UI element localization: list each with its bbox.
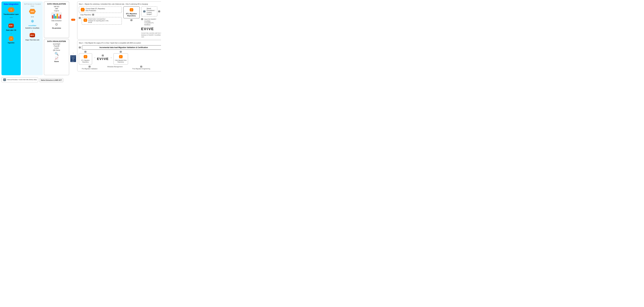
step2-glue-box: i Fully Migrated GlueRepository <box>114 53 128 64</box>
viz-panel-bottom: DATA VISUALIZATION QuickSightPowerBILook… <box>44 39 69 76</box>
chart-thumbnail <box>51 12 62 19</box>
step2-arrow-1: → <box>93 56 96 59</box>
metadata-col: Metadata Management <box>107 66 122 70</box>
datalake-section: Data Lake / S3 <box>6 24 16 31</box>
evove-logo-step2: EV◊VE <box>97 57 109 61</box>
step1-panel: Step 1 – Migrate the underlying / embedd… <box>77 2 161 40</box>
step2-labels-row: 2 Pre-Migration Validation Metadata Mana… <box>79 66 161 70</box>
informatica-icon: i <box>8 7 15 13</box>
viz-bottom-tools: QuickSightPowerBILookerQlik Sense <box>53 43 60 51</box>
glue-label: Fully Migrated GlueRepository <box>115 60 126 63</box>
glue-icon: i <box>119 55 123 58</box>
svg-point-26 <box>143 12 146 12</box>
badge-1: 1 <box>92 14 94 16</box>
down-arrow-1: ↕ <box>11 20 12 22</box>
viz-bottom-title: DATA VISUALIZATION <box>47 40 66 42</box>
step1-right-col: Stored Procedures /Custom Scripts? 2 Cre… <box>141 6 161 38</box>
step1-content: i Current State ETL Repositoryfrom Produ… <box>79 6 161 38</box>
viz-panel-top: DATA VISUALIZATION SAP BOOBIICognos Data… <box>44 2 69 38</box>
svg-text:i: i <box>73 19 74 20</box>
svg-text:i: i <box>82 9 83 11</box>
s3-icon <box>8 24 14 29</box>
trend-icon: 📈 <box>55 56 58 60</box>
svg-text:i: i <box>85 20 86 21</box>
badge-4: 4 <box>130 19 132 21</box>
svg-text:i: i <box>120 56 121 58</box>
step1-center-col: i ETL MigrationRepository 4 <box>123 6 140 21</box>
import-label: Import the Redshift /SnowflakeCompatible… <box>144 18 156 26</box>
svg-point-33 <box>3 80 6 81</box>
middle-down-arrow: ↕ <box>32 30 33 32</box>
ingestion-icon: i <box>8 36 14 42</box>
svg-text:AWS: AWS <box>30 11 34 12</box>
evove-row: 5 Import the Redshift /SnowflakeCompatib… <box>141 18 161 26</box>
svg-rect-5 <box>9 25 10 26</box>
middle-title: Self Service or Curated Data <box>23 3 42 7</box>
step2-panel: Step 2 – Fully Migrate the Legacy ETL to… <box>77 40 161 71</box>
stage-label: Stage / Raw data Lake <box>26 39 40 41</box>
svg-point-4 <box>8 26 14 28</box>
step2-arrow-2: → <box>110 56 112 59</box>
up-arrow: ↑ <box>72 52 74 54</box>
incremental-row: 6 Incremental data load Migration Valida… <box>79 45 161 50</box>
powercenter-box: i PowerCenter Command line /Designer for… <box>82 17 122 25</box>
viz-top-tools: SAP BOOBIICognos <box>54 6 59 12</box>
ingestion-section: i Ingestion <box>8 36 14 44</box>
badge-2: 2 <box>158 10 160 12</box>
post-migration-col: 5 Post Migration Engineering <box>132 66 150 70</box>
powercenter-label: PowerCenter Command line /Designer for e… <box>88 18 109 24</box>
down-arrow-2: ↕ <box>11 32 12 34</box>
step1-left-col: i Current State ETL Repositoryfrom Produ… <box>79 6 122 25</box>
incremental-label: Incremental data load Migration Validati… <box>84 46 161 48</box>
step2-badge-4: 4 <box>120 51 122 53</box>
left-arrow-1: ⟺ <box>10 16 12 19</box>
step2-etl-label: ETL MigrationRepository <box>80 60 91 63</box>
svg-point-6 <box>11 25 12 26</box>
step2-badge-2: 2 <box>88 66 90 68</box>
step2-title: Step 2 – Fully Migrate the Legacy ETL to… <box>79 42 161 44</box>
etl-migration-box: i ETL MigrationRepository <box>123 6 140 18</box>
copy-repo-row: Copy Repository 1 <box>79 14 122 16</box>
native-extractors-box: Native Extractors & AWS SCT <box>39 78 64 82</box>
evove-section: Import the Redshift /SnowflakeCompatible… <box>144 18 156 26</box>
stored-proc-row: Stored Procedures /Custom Scripts? 2 Cre… <box>141 6 161 16</box>
step2-bottom: 1 i ETL MigrationRepository → 3 EV◊VE <box>79 51 161 64</box>
incremental-box: Incremental data load Migration Validati… <box>82 45 161 50</box>
transformation-section: i Transformation Layer <box>4 7 19 15</box>
step2-etl-col: 1 i ETL MigrationRepository <box>79 51 92 64</box>
snowflake-icon: ❄ <box>31 19 34 24</box>
step3-row: 3 i PowerCenter Command line /Designer f… <box>79 17 122 25</box>
informatica-icon-1: i <box>80 8 85 12</box>
convert-label: Convert SQL override code from legacydat… <box>141 32 161 38</box>
right-panel: Step 1 – Migrate the underlying / embedd… <box>77 2 161 75</box>
stage-s3-icon <box>30 33 35 38</box>
step2-glue-col: 4 i Fully Migrated GlueRepository <box>114 51 128 64</box>
center-arrows: i ↑ NETEZZAExtract Centerandrange™ <box>70 2 76 75</box>
svg-point-15 <box>32 35 34 36</box>
bottom-center-arrows: ↑ NETEZZAExtract Centerandrange™ <box>70 39 76 76</box>
transformation-label: Transformation Layer <box>4 14 19 15</box>
informatica-arrow-top: i <box>71 18 76 22</box>
badge-6: 6 <box>79 46 81 48</box>
etl-migration-label: ETL MigrationRepository <box>126 12 137 17</box>
svg-text:i: i <box>11 38 11 40</box>
step2-badge-5: 5 <box>140 66 142 68</box>
viz-top-bottom-label: On-premise <box>52 27 61 29</box>
middle-arrow: ⟺ <box>31 16 34 18</box>
middle-panel: Self Service or Curated Data AWS ⟺ ❄ sno… <box>22 2 43 75</box>
netezza-box: Netezza/Teradata / Oracle Mart DBs (hist… <box>2 77 38 82</box>
data-integration-title: Data Integration <box>4 3 18 6</box>
aws-icon-middle: AWS <box>29 8 36 15</box>
viz-top-extract-label: Data Extraction <box>52 20 62 22</box>
snowflake-label: snowflake <box>28 25 36 26</box>
evove-logo-step1: EV◊VE <box>141 27 161 31</box>
viz-top-title: DATA VISUALIZATION <box>47 3 66 5</box>
viz-bottom-label: Azure <box>54 60 59 62</box>
db-icon-bottom <box>3 78 6 82</box>
svg-text:i: i <box>85 56 86 58</box>
redshift-label: Redshift or Snowflake <box>26 27 40 29</box>
metadata-label: Metadata Management <box>107 66 122 68</box>
badge-3: 3 <box>79 17 81 19</box>
step1-title: Step 1 – Migrate the underlying / embedd… <box>79 3 161 5</box>
netezza-badge: NETEZZAExtract Centerandrange™ <box>70 55 76 62</box>
